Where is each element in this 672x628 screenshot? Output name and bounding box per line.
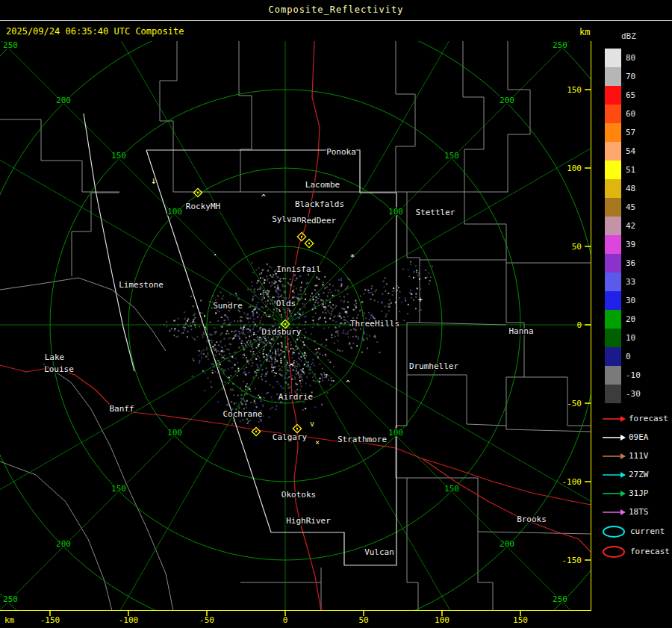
scale-value: 45	[626, 202, 635, 212]
scale-row: 20	[605, 310, 672, 329]
city-label: Banff	[109, 404, 134, 414]
cell-marker: ·	[212, 249, 217, 260]
right-axis-tick-label: -100	[562, 477, 582, 487]
right-axis-tick-label: -150	[562, 556, 582, 565]
boundary-line	[0, 119, 119, 192]
scale-swatch	[605, 310, 621, 329]
azimuth-spoke	[0, 101, 285, 325]
city-label: Didsbury	[262, 327, 302, 337]
bottom-axis-tick-label: -150	[40, 615, 60, 625]
scale-swatch	[605, 142, 621, 161]
azimuth-spoke	[0, 325, 285, 549]
scale-row: 0	[605, 347, 672, 366]
cell-marker: ^	[261, 193, 266, 202]
boundary-line	[160, 41, 177, 192]
scale-value: 42	[626, 221, 635, 231]
ellipse-icon	[600, 544, 627, 559]
city-label: RockyMH	[186, 202, 220, 211]
range-label: 100	[388, 428, 403, 438]
scale-row: 80	[605, 49, 672, 67]
right-axis-tick-label: 150	[567, 85, 582, 95]
shape-row: forecast	[600, 541, 672, 562]
cell-marker: ↓	[151, 175, 157, 186]
city-label: Sylvan	[272, 214, 302, 224]
scale-swatch	[605, 123, 621, 142]
city-label: RedDeer	[302, 216, 337, 226]
scale-swatch	[605, 273, 621, 291]
scale-value: 57	[626, 128, 635, 137]
scale-swatch	[605, 49, 621, 67]
scale-value: 48	[626, 184, 635, 193]
city-label: Calgary	[273, 432, 308, 442]
boundary-line	[239, 41, 252, 192]
bottom-axis-tick-label: 0	[283, 615, 288, 625]
cell-marker: ×	[315, 438, 320, 447]
bottom-axis-tick-label: -50	[199, 615, 214, 625]
scale-swatch	[605, 291, 621, 310]
azimuth-spoke	[285, 8, 602, 325]
title-bar: Composite_Reflectivity	[0, 0, 672, 21]
scale-value: 51	[626, 165, 635, 175]
range-label: 150	[444, 151, 459, 161]
bottom-axis-unit-label: km	[4, 615, 15, 625]
city-label: Strathmore	[337, 435, 387, 444]
vector-row: 09EA	[602, 428, 672, 447]
scale-row: 57	[605, 123, 672, 142]
boundary-line	[463, 41, 484, 192]
cell-marker: +	[418, 296, 423, 304]
shape-label: current	[630, 526, 665, 536]
vector-label: 31JP	[629, 488, 649, 498]
color-scale: 807065605754514845423936333020100-10-30	[597, 49, 672, 403]
city-label: Limestone	[119, 280, 164, 290]
scale-row: 65	[605, 86, 672, 105]
range-label: 200	[500, 539, 514, 549]
scale-swatch	[605, 217, 621, 235]
scale-row: 45	[605, 198, 672, 217]
bottom-axis-tick-label: 50	[358, 615, 368, 625]
vector-row: 18TS	[602, 503, 672, 521]
vector-arrow-icon	[602, 471, 626, 479]
range-label: 250	[553, 594, 567, 604]
city-label: Lake	[45, 352, 65, 362]
scale-swatch	[605, 366, 621, 385]
range-label: 250	[3, 594, 18, 604]
city-label: Hanna	[508, 326, 533, 336]
range-label: 200	[56, 96, 71, 105]
vector-arrow-icon	[602, 434, 626, 441]
scale-value: 0	[626, 352, 631, 361]
radar-map: ↓v×^*+^^·PonokaLacombeBlackfaldsRedDeerS…	[0, 0, 672, 628]
boundary-line	[407, 192, 420, 375]
boundary-line	[407, 375, 506, 426]
city-label: Brooks	[517, 514, 547, 524]
scale-swatch	[605, 161, 621, 179]
radar-app: { "window": {"title": "Composite_Reflect…	[0, 0, 672, 628]
vector-label: forecast	[629, 414, 668, 423]
scale-value: 54	[626, 146, 635, 156]
scale-row: 33	[605, 273, 672, 291]
city-label: Innisfail	[276, 264, 321, 274]
vector-label: 18TS	[629, 507, 649, 517]
scale-value: 60	[626, 109, 635, 119]
shape-legend: currentforecast	[597, 521, 672, 562]
boundary-line	[407, 532, 418, 611]
city-label: Airdrie	[279, 392, 313, 402]
scale-row: 30	[605, 291, 672, 310]
right-axis-tick-label: 0	[576, 320, 582, 330]
scale-swatch	[605, 235, 621, 254]
right-axis-unit-label: km	[579, 27, 590, 37]
azimuth-spoke	[0, 8, 285, 325]
right-axis-tick-label: -50	[567, 399, 582, 408]
city-label: Sundre	[213, 301, 243, 311]
bottom-axis-tick-label: 100	[435, 615, 449, 625]
cell-marker: ^	[346, 379, 350, 388]
scale-value: 36	[626, 258, 635, 268]
range-label: 150	[111, 151, 126, 161]
city-label: Stettler	[416, 208, 455, 217]
city-label: HighRiver	[286, 516, 331, 526]
bottom-axis-tick-label: -100	[119, 615, 139, 625]
vector-label: 27ZW	[629, 470, 649, 479]
range-label: 100	[167, 207, 182, 217]
vector-row: 111V	[602, 447, 672, 465]
scale-value: 70	[626, 72, 635, 81]
scale-swatch	[605, 198, 621, 217]
